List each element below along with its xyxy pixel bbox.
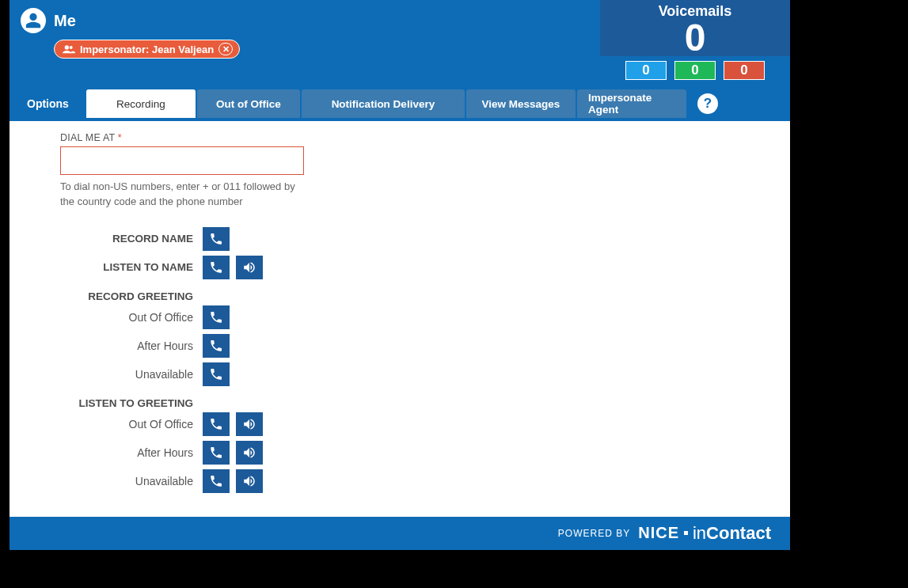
listen-greeting-unavailable-call-button[interactable] [203,469,230,493]
avatar[interactable] [21,8,46,33]
dial-hint: To dial non-US numbers, enter + or 011 f… [60,180,306,210]
help-button[interactable]: ? [697,93,718,114]
dial-me-at-label: DIAL ME AT * [60,132,776,143]
phone-icon [209,417,223,431]
voicemail-saved-count[interactable]: 0 [674,61,716,80]
speaker-icon [242,417,256,431]
listen-name-call-button[interactable] [203,256,230,279]
brand-logo: NICE inContact [638,523,771,544]
impersonator-badge: Impersonator: Jean Valjean ✕ [54,40,240,59]
impersonator-close-icon[interactable]: ✕ [218,43,233,55]
phone-icon [209,232,223,246]
record-greeting-afterhours-call-button[interactable] [203,334,230,358]
tab-notification-delivery[interactable]: Notification Delivery [302,89,465,118]
voicemail-panel: Voicemails 0 0 0 0 [600,0,790,86]
listen-name-label: LISTEN TO NAME [60,261,203,273]
listen-greeting-ooo-label: Out Of Office [60,418,203,431]
powered-by-label: POWERED BY [558,528,630,539]
content-area: DIAL ME AT * To dial non-US numbers, ent… [9,121,790,517]
record-greeting-header: RECORD GREETING [60,290,203,302]
speaker-icon [242,474,256,488]
group-icon [63,44,75,54]
phone-icon [209,367,223,381]
record-name-call-button[interactable] [203,227,230,251]
listen-greeting-afterhours-label: After Hours [60,446,203,459]
header: Me Impersonator: Jean Valjean ✕ Voicemai… [9,0,790,86]
listen-greeting-afterhours-call-button[interactable] [203,441,230,465]
record-greeting-unavailable-label: Unavailable [60,368,203,381]
phone-icon [209,339,223,353]
tab-recording[interactable]: Recording [86,89,196,118]
record-greeting-ooo-call-button[interactable] [203,305,230,329]
listen-greeting-ooo-call-button[interactable] [203,412,230,436]
tab-view-messages[interactable]: View Messages [466,89,576,118]
footer: POWERED BY NICE inContact [9,517,790,550]
phone-icon [209,474,223,488]
listen-greeting-header: LISTEN TO GREETING [60,397,203,409]
user-name: Me [54,12,76,30]
impersonator-label: Impersonator: Jean Valjean [80,44,214,55]
listen-name-play-button[interactable] [236,256,263,279]
phone-icon [209,310,223,324]
record-greeting-ooo-label: Out Of Office [60,311,203,324]
speaker-icon [242,446,256,460]
phone-icon [209,446,223,460]
tab-out-of-office[interactable]: Out of Office [197,89,300,118]
options-label: Options [9,97,86,110]
dial-me-at-input[interactable] [60,146,304,175]
speaker-icon [242,260,256,275]
svg-point-1 [70,46,73,49]
voicemail-deleted-count[interactable]: 0 [724,61,765,80]
record-greeting-afterhours-label: After Hours [60,340,203,352]
tab-bar: Options Recording Out of Office Notifica… [9,86,790,121]
record-name-label: RECORD NAME [60,233,203,245]
listen-greeting-afterhours-play-button[interactable] [236,441,263,465]
listen-greeting-unavailable-label: Unavailable [60,475,203,487]
listen-greeting-unavailable-play-button[interactable] [236,469,263,493]
record-greeting-unavailable-call-button[interactable] [203,362,230,386]
user-icon [25,12,42,29]
svg-point-0 [65,45,69,49]
phone-icon [209,260,223,275]
tab-impersonate-agent[interactable]: Impersonate Agent [577,89,686,118]
voicemail-total: 0 [600,20,790,56]
listen-greeting-ooo-play-button[interactable] [236,412,263,436]
voicemail-new-count[interactable]: 0 [625,61,667,80]
